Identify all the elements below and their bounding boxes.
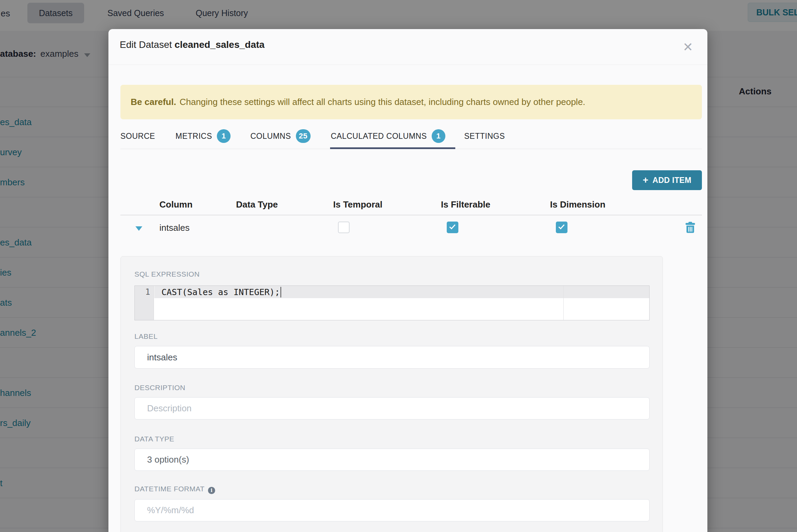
is-temporal-checkbox[interactable]	[338, 222, 350, 233]
sql-code: CAST(Sales as INTEGER);	[161, 287, 280, 297]
column-header-data-type: Data Type	[236, 199, 278, 210]
warning-banner-text: Changing these settings will affect all …	[180, 97, 585, 107]
tab-calculated-columns-label: CALCULATED COLUMNS	[331, 132, 427, 141]
modal-title-dataset-name: cleaned_sales_data	[174, 39, 264, 50]
tab-settings-label: SETTINGS	[464, 132, 505, 141]
add-item-label: ADD ITEM	[653, 176, 692, 185]
tab-columns[interactable]: COLUMNS 25	[250, 128, 311, 145]
column-header-column: Column	[159, 199, 193, 210]
check-icon	[449, 223, 455, 229]
datetime-format-input[interactable]	[134, 499, 650, 521]
label-field-label: LABEL	[134, 332, 158, 341]
calculated-column-name: intsales	[159, 223, 190, 233]
sql-expression-label: SQL EXPRESSION	[134, 270, 200, 278]
screen: es Datasets Saved Queries Query History …	[0, 0, 797, 532]
delete-column-trash-icon[interactable]	[685, 222, 696, 233]
is-filterable-checkbox[interactable]	[447, 222, 458, 233]
data-type-select[interactable]: 3 option(s)	[134, 449, 650, 471]
tab-metrics-label: METRICS	[175, 132, 212, 141]
tab-settings[interactable]: SETTINGS	[464, 128, 505, 145]
modal-title: Edit Dataset cleaned_sales_data	[120, 39, 264, 50]
description-input[interactable]	[134, 397, 650, 420]
modal-title-prefix: Edit Dataset	[120, 39, 172, 50]
is-dimension-checkbox[interactable]	[556, 222, 567, 233]
editor-gutter: 1	[135, 286, 154, 320]
columns-count-badge: 25	[296, 129, 311, 143]
editor-print-margin	[563, 286, 564, 320]
editor-line-number: 1	[145, 287, 150, 297]
label-input[interactable]	[134, 346, 650, 369]
tab-calculated-columns[interactable]: CALCULATED COLUMNS 1	[331, 128, 445, 145]
tab-columns-label: COLUMNS	[250, 132, 291, 141]
warning-banner: Be careful. Changing these settings will…	[120, 85, 702, 119]
collapse-row-caret-icon[interactable]	[135, 226, 142, 231]
tab-metrics[interactable]: METRICS 1	[175, 128, 231, 145]
add-item-button[interactable]: + ADD ITEM	[632, 170, 702, 190]
datetime-format-field-label: DATETIME FORMATi	[134, 485, 215, 494]
warning-banner-bold: Be careful.	[131, 97, 176, 107]
column-header-is-temporal: Is Temporal	[333, 199, 382, 210]
sql-expression-editor[interactable]: 1 CAST(Sales as INTEGER);	[134, 285, 650, 320]
active-tab-underline	[330, 147, 455, 149]
description-field-label: DESCRIPTION	[134, 384, 185, 392]
modal-header: Edit Dataset cleaned_sales_data ✕	[108, 29, 707, 65]
table-header-border	[120, 215, 702, 215]
metrics-count-badge: 1	[217, 129, 231, 143]
calculated-columns-count-badge: 1	[432, 129, 445, 143]
column-header-is-dimension: Is Dimension	[550, 199, 605, 210]
edit-dataset-modal: Edit Dataset cleaned_sales_data ✕ Be car…	[108, 29, 707, 532]
column-header-is-filterable: Is Filterable	[441, 199, 491, 210]
calculated-column-detail-panel: SQL EXPRESSION 1 CAST(Sales as INTEGER);…	[120, 256, 663, 532]
editor-text-cursor	[280, 287, 281, 297]
tab-source[interactable]: SOURCE	[120, 128, 155, 145]
close-icon[interactable]: ✕	[678, 37, 698, 57]
info-icon[interactable]: i	[208, 487, 215, 494]
check-icon	[558, 223, 564, 229]
plus-icon: +	[643, 175, 649, 185]
data-type-field-label: DATA TYPE	[134, 435, 174, 443]
datetime-format-label-text: DATETIME FORMAT	[134, 485, 205, 493]
data-type-select-value: 3 option(s)	[147, 454, 189, 465]
tab-source-label: SOURCE	[120, 132, 155, 141]
